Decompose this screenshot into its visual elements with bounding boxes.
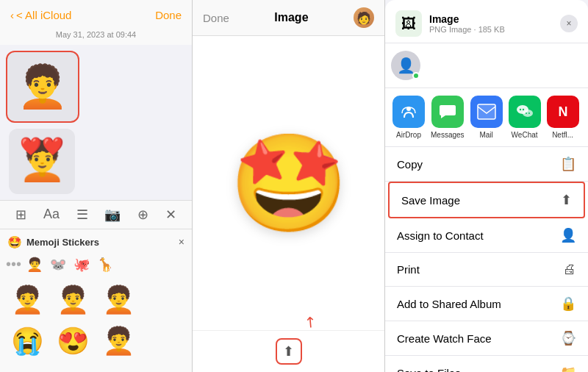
print-action[interactable]: Print 🖨	[385, 253, 588, 287]
svg-point-3	[519, 109, 520, 110]
wechat-label: WeChat	[512, 131, 538, 139]
add-album-icon: 🔒	[560, 296, 576, 312]
emoji-sticker-2: 🧑‍🦱❤️❤️	[18, 142, 66, 180]
image-header: Done Image 🧑	[193, 0, 384, 36]
messages-header: ‹ < All iCloud Done	[0, 0, 192, 26]
contact-icon: 👤	[397, 57, 415, 74]
sticker-item[interactable]	[143, 323, 184, 360]
app-icon-netflix[interactable]: N Netfl...	[547, 96, 579, 139]
share-header: 🖼 Image PNG Image · 185 KB ×	[385, 0, 588, 43]
assign-contact-action[interactable]: Assign to Contact 👤	[385, 218, 588, 253]
heart-eyes-overlay: ❤️❤️	[20, 137, 64, 155]
image-footer: ↙ ⬆	[193, 330, 384, 372]
app-icons-row: AirDrop Messages Mail WeChat	[385, 88, 588, 147]
save-image-icon: ⬆	[561, 192, 572, 208]
message-bubble-2[interactable]: 🧑‍🦱❤️❤️	[9, 129, 75, 193]
sticker-item[interactable]: 🧑‍🦱	[7, 282, 49, 318]
mail-label: Mail	[479, 131, 492, 139]
sticker-tab-2[interactable]: 🐭	[48, 255, 68, 274]
messages-panel: ‹ < All iCloud Done May 31, 2023 at 09:4…	[0, 0, 193, 372]
chevron-left-icon: ‹	[10, 9, 14, 21]
assign-contact-icon: 👤	[560, 227, 576, 243]
sticker-tabs: ••• 🧑‍🦱 🐭 🐙 🦒	[0, 252, 192, 277]
grid-icon[interactable]: ⊞	[15, 207, 26, 223]
sticker-item[interactable]: 🧑‍🦱	[98, 323, 140, 360]
sticker-tab-3[interactable]: 🐙	[71, 255, 92, 274]
message-bubble-1[interactable]: 🧑‍🦱	[6, 51, 79, 123]
contact-avatar[interactable]: 👤	[391, 51, 420, 80]
user-avatar: 🧑	[354, 7, 374, 28]
sticker-title-row: 🤩 Memoji Stickers	[7, 235, 99, 249]
save-image-action[interactable]: Save Image ⬆	[388, 182, 585, 218]
svg-point-6	[526, 112, 527, 114]
more-stickers-button[interactable]: •••	[6, 256, 21, 273]
camera-icon[interactable]: 📷	[104, 207, 121, 223]
app-icon-messages[interactable]: Messages	[431, 96, 465, 139]
message-list: 🧑‍🦱 🧑‍🦱❤️❤️	[0, 45, 192, 200]
save-image-label: Save Image	[401, 194, 460, 207]
copy-label: Copy	[397, 158, 423, 171]
back-button[interactable]: ‹ < All iCloud	[10, 9, 71, 21]
sticker-tab-1[interactable]: 🧑‍🦱	[24, 255, 45, 274]
file-name: Image	[429, 13, 560, 25]
sticker-grid: 🧑‍🦱 🧑‍🦱 🧑‍🦱 😭 😍 🧑‍🦱	[0, 277, 192, 364]
sticker-item[interactable]	[143, 282, 184, 318]
sticker-close-button[interactable]: ×	[179, 236, 184, 248]
save-files-label: Save to Files	[397, 367, 461, 373]
main-memoji: 🤩	[229, 135, 348, 231]
wechat-icon	[509, 96, 541, 128]
add-album-label: Add to Shared Album	[397, 298, 501, 310]
share-sheet-panel: 🖼 Image PNG Image · 185 KB × 👤 AirDrop	[385, 0, 588, 372]
sticker-item[interactable]: 😍	[53, 323, 94, 360]
watch-face-icon: ⌚	[560, 330, 576, 346]
sticker-item[interactable]: 😭	[7, 323, 49, 360]
copy-icon: 📋	[560, 156, 576, 172]
save-files-action[interactable]: Save to Files 📁	[385, 356, 588, 372]
message-timestamp: May 31, 2023 at 09:44	[0, 26, 192, 45]
close-icon[interactable]: ✕	[165, 207, 176, 223]
svg-point-5	[523, 110, 533, 117]
sticker-title-emoji: 🤩	[7, 235, 22, 249]
file-icon: 🖼	[395, 10, 422, 37]
text-icon[interactable]: Aa	[43, 207, 60, 222]
watch-face-action[interactable]: Create Watch Face ⌚	[385, 321, 588, 356]
share-button[interactable]: ⬆	[276, 338, 302, 365]
app-icon-wechat[interactable]: WeChat	[509, 96, 541, 139]
sticker-item[interactable]: 🧑‍🦱	[53, 282, 94, 318]
done-button[interactable]: Done	[155, 9, 182, 21]
airdrop-label: AirDrop	[396, 131, 421, 139]
mail-icon	[470, 96, 503, 128]
sticker-tab-4[interactable]: 🦒	[95, 255, 115, 274]
copy-action[interactable]: Copy 📋	[385, 147, 588, 182]
watch-face-label: Create Watch Face	[397, 332, 492, 345]
file-info: Image PNG Image · 185 KB	[429, 13, 560, 34]
messages-toolbar: ⊞ Aa ☰ 📷 ⊕ ✕	[0, 200, 192, 229]
app-icon-mail[interactable]: Mail	[470, 96, 503, 139]
emoji-sticker-1: 🧑‍🦱	[17, 66, 68, 107]
online-indicator	[412, 72, 420, 79]
add-album-action[interactable]: Add to Shared Album 🔒	[385, 287, 588, 321]
print-icon: 🖨	[563, 262, 576, 277]
save-files-icon: 📁	[560, 365, 576, 372]
messages-label: Messages	[431, 131, 465, 139]
bullets-icon[interactable]: ☰	[76, 207, 88, 223]
image-title: Image	[274, 11, 308, 24]
file-meta: PNG Image · 185 KB	[429, 25, 560, 34]
image-content[interactable]: 🤩	[193, 36, 384, 330]
app-icon-airdrop[interactable]: AirDrop	[392, 96, 425, 139]
print-label: Print	[397, 263, 420, 276]
svg-rect-1	[478, 104, 495, 119]
svg-point-7	[528, 112, 530, 114]
sticker-panel: 🤩 Memoji Stickers × ••• 🧑‍🦱 🐭 🐙 🦒 🧑‍🦱 🧑‍…	[0, 229, 192, 373]
messages-icon	[431, 96, 464, 128]
image-done-button[interactable]: Done	[203, 12, 229, 24]
share-close-button[interactable]: ×	[560, 15, 578, 32]
sticker-item[interactable]: 🧑‍🦱	[98, 282, 140, 318]
back-label[interactable]: < All iCloud	[16, 9, 71, 21]
share-contact-row: 👤	[385, 43, 588, 88]
sticker-title: Memoji Stickers	[26, 237, 99, 248]
circle-icon[interactable]: ⊕	[137, 207, 148, 223]
assign-contact-label: Assign to Contact	[397, 229, 484, 242]
svg-point-4	[522, 109, 523, 110]
netflix-label: Netfl...	[552, 131, 573, 139]
